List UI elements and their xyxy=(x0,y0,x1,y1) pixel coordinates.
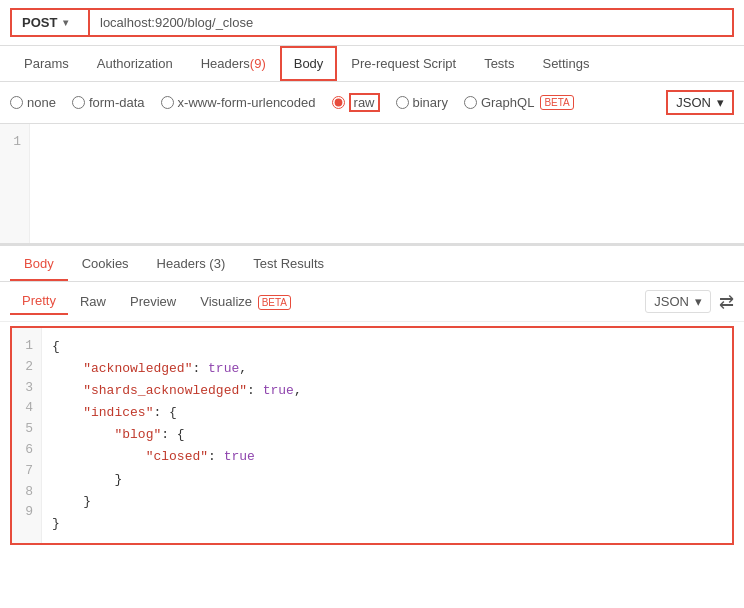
response-json-dropdown[interactable]: JSON ▾ xyxy=(645,290,711,313)
wrap-text-icon[interactable]: ⇄ xyxy=(719,291,734,313)
response-view-pretty[interactable]: Pretty xyxy=(10,288,68,315)
response-line-8: } xyxy=(52,491,722,513)
response-line-3: "shards_acknowledged": true, xyxy=(52,380,722,402)
body-type-raw[interactable]: raw xyxy=(332,93,380,112)
url-bar: POST ▾ xyxy=(0,0,744,46)
tab-authorization[interactable]: Authorization xyxy=(83,46,187,81)
url-input[interactable] xyxy=(90,8,734,37)
response-line-7: } xyxy=(52,469,722,491)
tab-settings[interactable]: Settings xyxy=(528,46,603,81)
response-line-5: "blog": { xyxy=(52,424,722,446)
tab-headers[interactable]: Headers(9) xyxy=(187,46,280,81)
response-tab-cookies[interactable]: Cookies xyxy=(68,246,143,281)
response-code-content: { "acknowledged": true, "shards_acknowle… xyxy=(42,328,732,543)
response-tab-headers[interactable]: Headers (3) xyxy=(143,246,240,281)
body-type-graphql[interactable]: GraphQL BETA xyxy=(464,95,574,110)
request-line-numbers: 1 xyxy=(0,124,30,243)
body-type-row: none form-data x-www-form-urlencoded raw… xyxy=(0,82,744,124)
response-line-9: } xyxy=(52,513,722,535)
tab-body[interactable]: Body xyxy=(280,46,338,81)
body-type-binary[interactable]: binary xyxy=(396,95,448,110)
json-format-dropdown[interactable]: JSON ▾ xyxy=(666,90,734,115)
response-toolbar: Pretty Raw Preview Visualize BETA JSON ▾… xyxy=(0,282,744,322)
tab-tests[interactable]: Tests xyxy=(470,46,528,81)
response-line-2: "acknowledged": true, xyxy=(52,358,722,380)
response-line-numbers: 1 2 3 4 5 6 7 8 9 xyxy=(12,328,42,543)
request-code-editor[interactable]: 1 xyxy=(0,124,744,244)
response-tab-body[interactable]: Body xyxy=(10,246,68,281)
method-label: POST xyxy=(22,15,57,30)
response-view-visualize[interactable]: Visualize BETA xyxy=(188,289,303,314)
response-view-preview[interactable]: Preview xyxy=(118,289,188,314)
response-line-1: { xyxy=(52,336,722,358)
tab-params[interactable]: Params xyxy=(10,46,83,81)
response-view-raw[interactable]: Raw xyxy=(68,289,118,314)
method-selector[interactable]: POST ▾ xyxy=(10,8,90,37)
request-code-content[interactable] xyxy=(30,124,744,243)
response-line-4: "indices": { xyxy=(52,402,722,424)
tab-prerequest[interactable]: Pre-request Script xyxy=(337,46,470,81)
response-line-6: "closed": true xyxy=(52,446,722,468)
body-type-form-data[interactable]: form-data xyxy=(72,95,145,110)
body-type-urlencoded[interactable]: x-www-form-urlencoded xyxy=(161,95,316,110)
body-type-none[interactable]: none xyxy=(10,95,56,110)
response-code-block: 1 2 3 4 5 6 7 8 9 { "acknowledged": true… xyxy=(10,326,734,545)
response-tabs-bar: Body Cookies Headers (3) Test Results xyxy=(0,246,744,282)
response-format-area: JSON ▾ ⇄ xyxy=(645,290,734,313)
request-tabs-bar: Params Authorization Headers(9) Body Pre… xyxy=(0,46,744,82)
response-section: Body Cookies Headers (3) Test Results Pr… xyxy=(0,244,744,545)
method-chevron-icon: ▾ xyxy=(63,17,68,28)
response-tab-test-results[interactable]: Test Results xyxy=(239,246,338,281)
